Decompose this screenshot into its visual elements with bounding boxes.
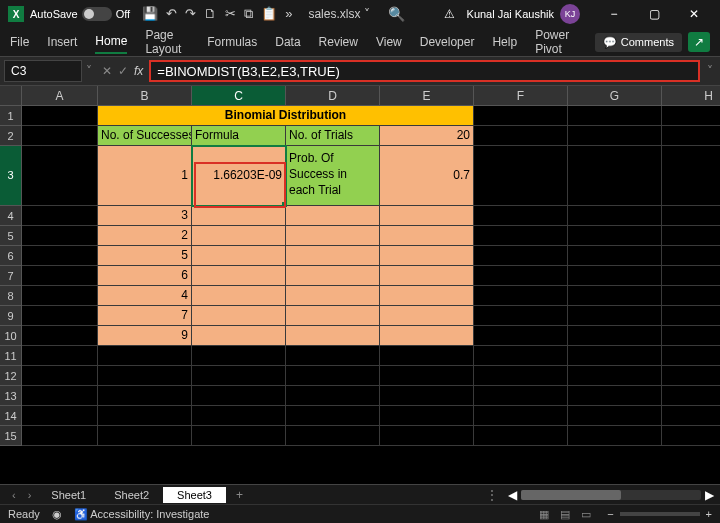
cell-b8[interactable]: 4	[98, 286, 192, 306]
cell-h9[interactable]	[662, 306, 720, 326]
cell-h8[interactable]	[662, 286, 720, 306]
row-header-12[interactable]: 12	[0, 366, 22, 386]
cell-e4[interactable]	[380, 206, 474, 226]
zoom-slider[interactable]	[620, 512, 700, 516]
cell-f9[interactable]	[474, 306, 568, 326]
cell-a2[interactable]	[22, 126, 98, 146]
col-header-a[interactable]: A	[22, 86, 98, 106]
row-header-13[interactable]: 13	[0, 386, 22, 406]
horizontal-scroll[interactable]: ◀ ▶	[508, 488, 714, 502]
worksheet-grid[interactable]: A B C D E F G H 1 Binomial Distribution …	[0, 86, 720, 484]
cell-c10[interactable]	[192, 326, 286, 346]
qat-overflow-icon[interactable]: »	[285, 6, 292, 22]
scroll-right-icon[interactable]: ▶	[705, 488, 714, 502]
name-box-dropdown[interactable]: ˅	[82, 64, 96, 78]
tab-home[interactable]: Home	[95, 30, 127, 54]
cell-f1[interactable]	[474, 106, 568, 126]
cell-h10[interactable]	[662, 326, 720, 346]
cell-h5[interactable]	[662, 226, 720, 246]
col-header-d[interactable]: D	[286, 86, 380, 106]
comments-button[interactable]: 💬 Comments	[595, 33, 682, 52]
row-header-15[interactable]: 15	[0, 426, 22, 446]
cell-a8[interactable]	[22, 286, 98, 306]
sheet-tab-2[interactable]: Sheet2	[100, 487, 163, 503]
save-icon[interactable]: 💾	[142, 6, 158, 22]
scroll-left-icon[interactable]: ◀	[508, 488, 517, 502]
col-header-f[interactable]: F	[474, 86, 568, 106]
cell-d4[interactable]	[286, 206, 380, 226]
cell-f4[interactable]	[474, 206, 568, 226]
row-header-5[interactable]: 5	[0, 226, 22, 246]
cell-e3[interactable]: 0.7	[380, 146, 474, 206]
cell-h4[interactable]	[662, 206, 720, 226]
redo-icon[interactable]: ↷	[185, 6, 196, 22]
cell-a5[interactable]	[22, 226, 98, 246]
col-header-g[interactable]: G	[568, 86, 662, 106]
cell-b5[interactable]: 2	[98, 226, 192, 246]
cell-b7[interactable]: 6	[98, 266, 192, 286]
sheet-tab-3[interactable]: Sheet3	[163, 487, 226, 503]
row-header-6[interactable]: 6	[0, 246, 22, 266]
autosave-toggle[interactable]: AutoSave Off	[30, 7, 130, 21]
share-button[interactable]: ↗	[688, 32, 710, 52]
cell-c3[interactable]: 1.66203E-09	[192, 146, 286, 206]
cell-b2[interactable]: No. of Successes(k)	[98, 126, 192, 146]
tab-help[interactable]: Help	[492, 31, 517, 53]
cell-h1[interactable]	[662, 106, 720, 126]
row-header-10[interactable]: 10	[0, 326, 22, 346]
tab-insert[interactable]: Insert	[47, 31, 77, 53]
cell-c2[interactable]: Formula	[192, 126, 286, 146]
tab-developer[interactable]: Developer	[420, 31, 475, 53]
cell-d8[interactable]	[286, 286, 380, 306]
zoom-out-icon[interactable]: −	[607, 508, 613, 520]
cell-h3[interactable]	[662, 146, 720, 206]
cell-b4[interactable]: 3	[98, 206, 192, 226]
select-all-corner[interactable]	[0, 86, 22, 106]
page-layout-view-icon[interactable]: ▤	[556, 508, 574, 520]
cell-f7[interactable]	[474, 266, 568, 286]
cell-c4[interactable]	[192, 206, 286, 226]
cell-d3[interactable]: Prob. Of Success in each Trial	[286, 146, 380, 206]
enter-formula-icon[interactable]: ✓	[118, 64, 128, 78]
cell-f5[interactable]	[474, 226, 568, 246]
tab-view[interactable]: View	[376, 31, 402, 53]
formula-input[interactable]: =BINOMDIST(B3,E2,E3,TRUE)	[149, 60, 700, 82]
row-header-2[interactable]: 2	[0, 126, 22, 146]
cell-g3[interactable]	[568, 146, 662, 206]
cell-e5[interactable]	[380, 226, 474, 246]
row-header-1[interactable]: 1	[0, 106, 22, 126]
cell-b6[interactable]: 5	[98, 246, 192, 266]
cell-g1[interactable]	[568, 106, 662, 126]
cancel-formula-icon[interactable]: ✕	[102, 64, 112, 78]
cell-e7[interactable]	[380, 266, 474, 286]
col-header-b[interactable]: B	[98, 86, 192, 106]
cell-c6[interactable]	[192, 246, 286, 266]
cell-a6[interactable]	[22, 246, 98, 266]
sheet-tab-1[interactable]: Sheet1	[37, 487, 100, 503]
cell-e2[interactable]: 20	[380, 126, 474, 146]
tab-page-layout[interactable]: Page Layout	[145, 24, 189, 60]
user-account[interactable]: Kunal Jai Kaushik KJ	[467, 4, 580, 24]
expand-formula-bar-icon[interactable]: ˅	[700, 64, 720, 78]
tab-data[interactable]: Data	[275, 31, 300, 53]
paste-icon[interactable]: 📋	[261, 6, 277, 22]
cell-f10[interactable]	[474, 326, 568, 346]
cell-f6[interactable]	[474, 246, 568, 266]
user-avatar[interactable]: KJ	[560, 4, 580, 24]
cell-g8[interactable]	[568, 286, 662, 306]
row-header-7[interactable]: 7	[0, 266, 22, 286]
sheet-tab-menu-icon[interactable]: ⋮	[476, 488, 508, 502]
cell-g9[interactable]	[568, 306, 662, 326]
cell-a7[interactable]	[22, 266, 98, 286]
cell-f8[interactable]	[474, 286, 568, 306]
notification-icon[interactable]: ⚠	[444, 7, 455, 21]
cell-d5[interactable]	[286, 226, 380, 246]
page-break-view-icon[interactable]: ▭	[577, 508, 595, 520]
zoom-in-icon[interactable]: +	[706, 508, 712, 520]
cell-f3[interactable]	[474, 146, 568, 206]
tab-file[interactable]: File	[10, 31, 29, 53]
row-header-3[interactable]: 3	[0, 146, 22, 206]
cell-g10[interactable]	[568, 326, 662, 346]
new-file-icon[interactable]: 🗋	[204, 6, 217, 22]
macro-record-icon[interactable]: ◉	[52, 508, 62, 521]
